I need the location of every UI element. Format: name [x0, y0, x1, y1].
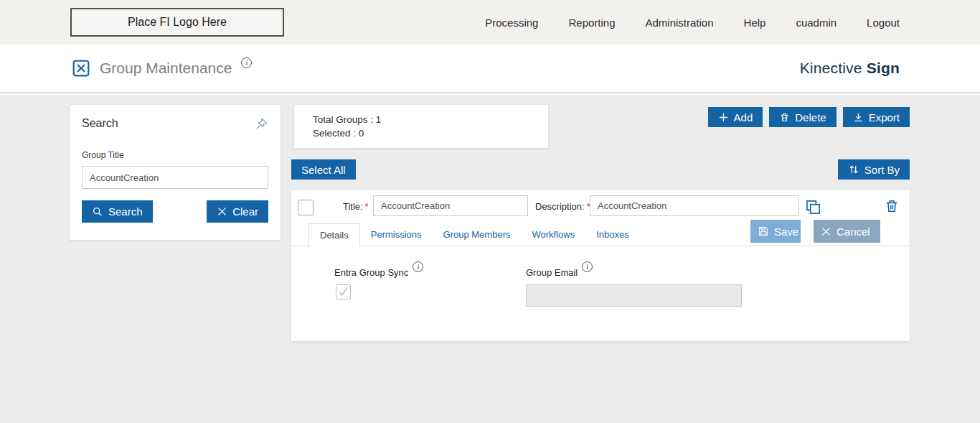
- entra-group-sync-label: Entra Group Sync i: [334, 267, 423, 278]
- select-all-button[interactable]: Select All: [291, 159, 356, 180]
- total-groups-count: Total Groups : 1: [313, 114, 529, 125]
- fi-logo-placeholder: Place FI Logo Here: [70, 8, 284, 37]
- magnifier-icon: [92, 206, 103, 218]
- cancel-button-label: Cancel: [837, 226, 870, 238]
- group-email-input: [526, 284, 742, 307]
- description-input[interactable]: [590, 195, 799, 216]
- nav-administration[interactable]: Administration: [646, 17, 714, 29]
- up-down-arrows-icon: [848, 164, 859, 175]
- brand-name-bold: Sign: [867, 60, 900, 76]
- cancel-button[interactable]: Cancel: [814, 220, 880, 243]
- group-row-checkbox[interactable]: [298, 200, 314, 215]
- tab-details[interactable]: Details: [308, 223, 360, 247]
- x-icon: [821, 226, 831, 237]
- search-button-label: Search: [108, 205, 143, 218]
- save-button-label: Save: [774, 226, 798, 238]
- brand-name: Kinective: [800, 60, 862, 76]
- copy-group-button[interactable]: [805, 199, 821, 218]
- export-button-label: Export: [869, 111, 900, 124]
- tab-group-members[interactable]: Group Members: [433, 223, 522, 246]
- group-maintenance-icon: [72, 59, 90, 78]
- page-head: Group Maintenance i: [72, 59, 252, 78]
- search-panel-title: Search: [82, 117, 118, 130]
- delete-button-label: Delete: [795, 111, 826, 124]
- tab-inboxes[interactable]: Inboxes: [585, 223, 640, 246]
- plus-icon: [718, 112, 729, 123]
- nav-logout[interactable]: Logout: [867, 17, 900, 29]
- search-button[interactable]: Search: [82, 200, 153, 223]
- trash-icon: [779, 112, 790, 123]
- delete-group-button[interactable]: [884, 198, 900, 216]
- content-area: Search Group Title Search Clear: [0, 95, 980, 423]
- title-input[interactable]: [373, 195, 528, 216]
- add-button-label: Add: [734, 111, 753, 124]
- x-icon: [217, 206, 227, 217]
- copy-icon: [805, 199, 821, 215]
- title-label: Title:*: [343, 201, 369, 212]
- save-button[interactable]: Save: [750, 220, 801, 243]
- entra-info-icon[interactable]: i: [413, 261, 423, 272]
- required-marker: *: [365, 201, 369, 212]
- nav-processing[interactable]: Processing: [485, 17, 538, 29]
- tab-permissions[interactable]: Permissions: [360, 223, 433, 246]
- add-button[interactable]: Add: [708, 107, 763, 127]
- clear-button[interactable]: Clear: [207, 200, 268, 223]
- nav-help[interactable]: Help: [744, 17, 766, 29]
- group-title-input[interactable]: [82, 166, 268, 189]
- brand-logo: Kinective Sign: [800, 60, 900, 77]
- group-email-info-icon[interactable]: i: [582, 261, 593, 272]
- page-info-icon[interactable]: i: [241, 57, 252, 68]
- page-header: Group Maintenance i Kinective Sign: [0, 45, 980, 93]
- delete-button[interactable]: Delete: [769, 107, 836, 127]
- selected-count: Selected : 0: [313, 128, 529, 139]
- select-all-label: Select All: [301, 164, 346, 176]
- search-panel: Search Group Title Search Clear: [70, 105, 281, 240]
- download-icon: [853, 112, 864, 123]
- fi-logo-text: Place FI Logo Here: [128, 16, 227, 29]
- top-bar: Place FI Logo Here Processing Reporting …: [0, 0, 980, 45]
- group-row-card: Title:* Description:* Details Permission…: [291, 190, 910, 341]
- nav-user-cuadmin[interactable]: cuadmin: [796, 17, 837, 29]
- trash-icon: [884, 198, 900, 214]
- export-button[interactable]: Export: [843, 107, 910, 127]
- group-email-label: Group Email i: [526, 267, 593, 278]
- entra-group-sync-checkbox[interactable]: [336, 284, 351, 299]
- sort-by-label: Sort By: [864, 164, 900, 176]
- pin-icon[interactable]: [255, 117, 268, 134]
- sort-by-button[interactable]: Sort By: [838, 159, 910, 180]
- tab-workflows[interactable]: Workflows: [521, 223, 585, 246]
- summary-box: Total Groups : 1 Selected : 0: [294, 105, 548, 148]
- page-title: Group Maintenance: [100, 60, 232, 77]
- top-nav: Processing Reporting Administration Help…: [485, 17, 900, 29]
- toolbar: Add Delete Export: [708, 107, 910, 127]
- clear-button-label: Clear: [232, 205, 258, 218]
- group-title-label: Group Title: [82, 150, 268, 160]
- floppy-disk-icon: [758, 226, 769, 237]
- nav-reporting[interactable]: Reporting: [568, 17, 615, 29]
- checkmark-icon: [337, 286, 349, 298]
- description-label: Description:*: [535, 201, 590, 212]
